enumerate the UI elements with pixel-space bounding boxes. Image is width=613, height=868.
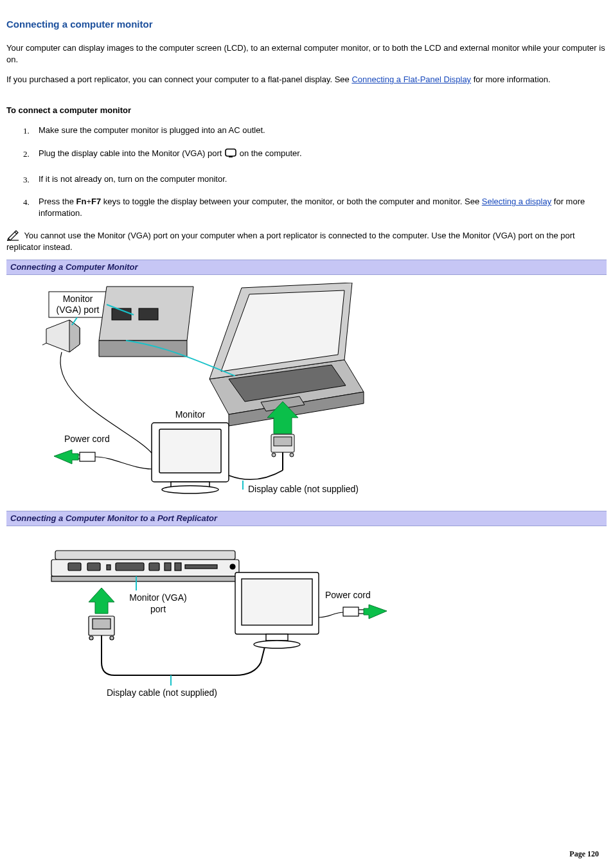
- intro-paragraph-1: Your computer can display images to the …: [6, 42, 607, 65]
- svg-rect-35: [87, 563, 100, 571]
- svg-rect-1: [229, 156, 233, 157]
- svg-rect-51: [266, 634, 288, 641]
- page-number: Page 120: [569, 849, 599, 859]
- step-1: Make sure the computer monitor is plugge…: [23, 125, 607, 136]
- svg-rect-38: [149, 563, 159, 571]
- svg-rect-39: [164, 563, 171, 571]
- intro-paragraph-2: If you purchased a port replicator, you …: [6, 74, 607, 85]
- fig1-label-power: Power cord: [64, 434, 110, 444]
- svg-rect-6: [139, 308, 158, 320]
- step-2: Plug the display cable into the Monitor …: [23, 148, 607, 162]
- svg-marker-48: [89, 588, 114, 614]
- svg-rect-0: [226, 149, 236, 156]
- fig2-label-power: Power cord: [325, 590, 371, 600]
- intro2-text-a: If you purchased a port replicator, you …: [6, 75, 351, 84]
- svg-rect-31: [55, 551, 235, 560]
- svg-marker-4: [99, 341, 187, 357]
- svg-marker-56: [364, 605, 387, 619]
- subheading: To connect a computer monitor: [6, 105, 607, 116]
- svg-rect-45: [93, 619, 111, 629]
- figure-1: Monitor (VGA) port: [6, 280, 607, 504]
- fig1-label-vga-b: (VGA) port: [57, 305, 100, 315]
- svg-rect-19: [274, 437, 292, 446]
- link-flat-panel[interactable]: Connecting a Flat-Panel Display: [351, 75, 471, 84]
- key-f7: F7: [91, 197, 101, 206]
- note-icon: [6, 230, 21, 242]
- step-4: Press the Fn+F7 keys to toggle the displ…: [23, 196, 607, 218]
- svg-rect-37: [116, 563, 144, 571]
- svg-rect-40: [175, 563, 181, 571]
- svg-point-21: [290, 453, 294, 457]
- note: You cannot use the Monitor (VGA) port on…: [6, 230, 607, 253]
- steps-list: Make sure the computer monitor is plugge…: [23, 125, 607, 218]
- svg-rect-53: [343, 607, 359, 616]
- svg-rect-23: [159, 429, 221, 473]
- svg-marker-8: [69, 320, 80, 352]
- svg-rect-50: [242, 579, 312, 625]
- fig1-label-monitor: Monitor: [175, 409, 206, 420]
- figure-2: Monitor (VGA) port Power cord: [6, 531, 607, 711]
- fig2-label-vga-a: Monitor (VGA): [129, 592, 186, 603]
- fig2-label-vga-b: port: [150, 604, 166, 614]
- svg-point-47: [110, 636, 114, 640]
- fig2-label-cable: Display cable (not supplied): [107, 687, 217, 698]
- svg-rect-36: [107, 565, 111, 570]
- svg-marker-29: [54, 450, 78, 464]
- step-2-text-b: on the computer.: [237, 148, 301, 158]
- svg-rect-34: [68, 563, 81, 571]
- step-3: If it is not already on, turn on the com…: [23, 173, 607, 185]
- fig1-label-vga-a: Monitor: [63, 294, 93, 304]
- figure-1-caption: Connecting a Computer Monitor: [6, 260, 607, 276]
- monitor-icon: [224, 148, 237, 162]
- step-4-plus: +: [86, 197, 91, 206]
- link-selecting-display[interactable]: Selecting a display: [482, 197, 551, 206]
- figure-2-caption: Connecting a Computer Monitor to a Port …: [6, 511, 607, 527]
- svg-rect-41: [185, 565, 217, 569]
- step-4-text-b: keys to toggle the display between your …: [101, 197, 482, 206]
- svg-point-52: [254, 641, 300, 648]
- key-fn: Fn: [76, 197, 87, 206]
- svg-point-46: [89, 636, 93, 640]
- svg-rect-33: [51, 576, 239, 581]
- svg-point-42: [230, 564, 235, 569]
- svg-rect-26: [80, 452, 95, 461]
- step-2-text-a: Plug the display cable into the Monitor …: [39, 148, 224, 158]
- intro2-text-b: for more information.: [471, 75, 551, 84]
- fig1-label-cable: Display cable (not supplied): [248, 484, 359, 494]
- svg-point-25: [162, 486, 218, 493]
- section-title: Connecting a computer monitor: [6, 18, 607, 31]
- step-4-text-a: Press the: [39, 197, 76, 206]
- svg-point-20: [272, 453, 276, 457]
- note-text: You cannot use the Monitor (VGA) port on…: [6, 231, 575, 252]
